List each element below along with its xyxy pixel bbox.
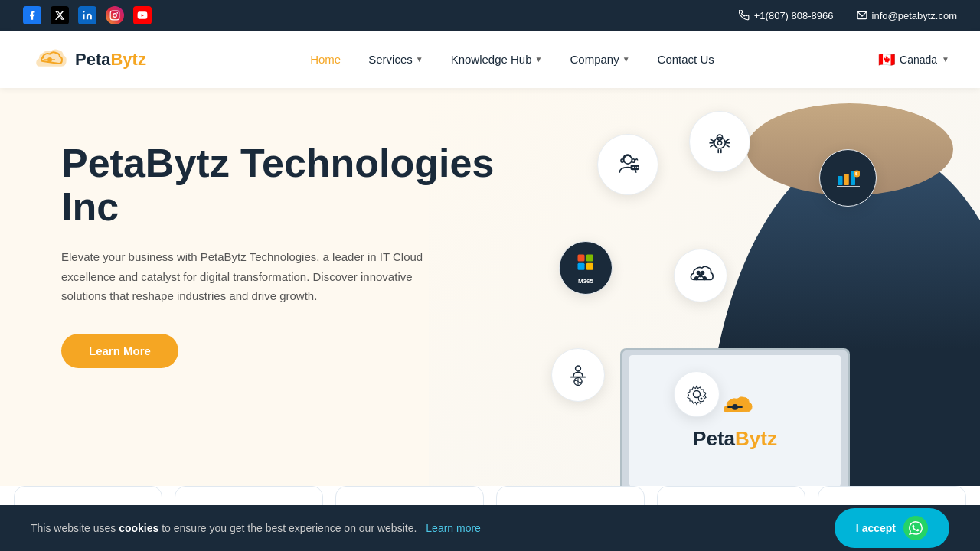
logo-text: PetaBytz [75, 50, 146, 70]
svg-rect-24 [586, 254, 593, 261]
linkedin-icon[interactable] [78, 6, 96, 24]
learn-more-button[interactable]: Learn More [61, 334, 178, 368]
svg-rect-9 [621, 159, 624, 163]
it-consulting-icon-circle [597, 134, 658, 195]
laptop-logo-cloud-icon [717, 391, 753, 424]
svg-point-3 [116, 12, 118, 14]
facebook-icon[interactable] [23, 6, 41, 24]
whatsapp-icon [903, 516, 928, 540]
svg-point-8 [624, 155, 632, 164]
svg-point-36 [576, 366, 581, 371]
services-chevron-icon: ▼ [416, 55, 423, 64]
country-selector[interactable]: 🇨🇦 Canada ▼ [878, 51, 949, 68]
phone-link[interactable]: +1(807) 808-8966 [739, 10, 834, 21]
laptop-logo-text: PetaBytz [693, 427, 777, 451]
nav-services[interactable]: Services ▼ [368, 53, 423, 66]
nav-links: Home Services ▼ Knowledge Hub ▼ Company … [310, 53, 714, 66]
svg-rect-26 [586, 263, 593, 270]
country-chevron-icon: ▼ [942, 55, 949, 64]
svg-point-2 [113, 14, 117, 18]
hero-section: PetaBytz Technologies Inc Elevate your b… [0, 88, 980, 486]
svg-point-0 [83, 11, 84, 12]
contact-info: +1(807) 808-8966 info@petabytz.com [739, 10, 957, 21]
m365-label: M365 [574, 251, 597, 285]
remote-work-icon-circle [551, 348, 605, 402]
cookie-learn-more-link[interactable]: Learn more [426, 522, 481, 534]
knowledge-chevron-icon: ▼ [535, 55, 543, 64]
navbar: PetaBytz Home Services ▼ Knowledge Hub ▼… [0, 31, 980, 88]
nav-contact-us[interactable]: Contact Us [658, 53, 714, 66]
social-links [23, 6, 152, 24]
cookie-text: This website uses cookies to ensure you … [31, 522, 416, 534]
svg-rect-18 [838, 176, 842, 185]
twitter-icon[interactable] [51, 6, 69, 24]
nav-knowledge-hub[interactable]: Knowledge Hub ▼ [451, 53, 543, 66]
laptop-visual: PetaBytz [620, 348, 858, 486]
logo[interactable]: PetaBytz [31, 44, 146, 75]
company-chevron-icon: ▼ [622, 55, 630, 64]
svg-rect-1 [110, 11, 119, 20]
salesforce-icon-circle: $ [819, 149, 877, 207]
cookie-accept-button[interactable]: I accept [835, 508, 949, 548]
svg-rect-23 [578, 254, 585, 261]
svg-point-17 [717, 141, 721, 145]
cookie-banner: This website uses cookies to ensure you … [0, 505, 980, 551]
m365-icon-circle: M365 [559, 241, 612, 295]
svg-point-41 [701, 398, 703, 400]
youtube-icon[interactable] [133, 6, 152, 24]
svg-point-14 [637, 167, 639, 168]
svg-point-15 [714, 138, 725, 148]
nav-company[interactable]: Company ▼ [570, 53, 629, 66]
svg-rect-25 [578, 263, 585, 270]
canada-flag-icon: 🇨🇦 [878, 51, 895, 68]
svg-rect-19 [844, 174, 848, 185]
nav-home[interactable]: Home [310, 53, 341, 66]
topbar: +1(807) 808-8966 info@petabytz.com [0, 0, 980, 31]
svg-point-13 [635, 167, 636, 168]
svg-rect-10 [632, 159, 635, 163]
automation-icon-circle [689, 111, 750, 172]
hero-title: PetaBytz Technologies Inc [61, 142, 521, 229]
svg-point-6 [47, 57, 52, 62]
svg-point-12 [632, 167, 634, 168]
hero-description: Elevate your business with PetaBytz Tech… [61, 247, 444, 306]
settings-icon-circle [674, 371, 720, 417]
instagram-icon[interactable] [106, 6, 124, 24]
hero-content: PetaBytz Technologies Inc Elevate your b… [61, 134, 521, 368]
cloud-services-icon-circle [674, 249, 727, 302]
email-link[interactable]: info@petabytz.com [857, 10, 957, 21]
